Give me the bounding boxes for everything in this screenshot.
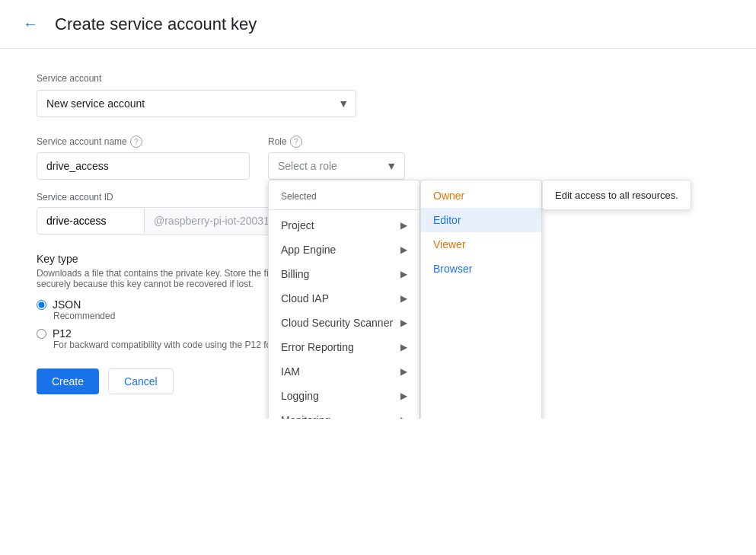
- dropdown-item-cloudscanner[interactable]: Cloud Security Scanner ▶: [269, 311, 419, 335]
- submenu-owner[interactable]: Owner: [421, 183, 541, 208]
- dropdown-item-errorreporting[interactable]: Error Reporting ▶: [269, 335, 419, 359]
- chevron-icon: ▶: [400, 293, 407, 304]
- role-label: Role ?: [268, 136, 405, 148]
- chevron-icon: ▶: [400, 269, 407, 279]
- role-dropdown-container: Selected Project ▶ App Engine ▶ Billing: [268, 180, 691, 419]
- service-account-select[interactable]: New service account: [37, 90, 356, 117]
- service-id-input[interactable]: [37, 209, 144, 233]
- dropdown-selected-header: Selected: [269, 187, 419, 206]
- header: ← Create service account key: [0, 0, 756, 49]
- role-help-icon[interactable]: ?: [290, 136, 302, 148]
- create-button[interactable]: Create: [37, 368, 99, 394]
- submenu-viewer[interactable]: Viewer: [421, 232, 541, 257]
- submenu-editor[interactable]: Editor: [421, 208, 541, 232]
- chevron-icon: ▶: [400, 415, 407, 419]
- role-select-label: Select a role: [278, 160, 337, 172]
- dropdown-item-billing[interactable]: Billing ▶: [269, 262, 419, 286]
- chevron-icon: ▶: [400, 220, 407, 231]
- dropdown-item-iam[interactable]: IAM ▶: [269, 359, 419, 384]
- service-id-input-wrapper: @raspberry-pi-iot-200314.iam.gs: [37, 207, 295, 234]
- name-role-row: Service account name ? Role ? Select a r…: [37, 136, 719, 180]
- role-select-wrapper: Select a role ▼ Selected Project ▶ App E…: [268, 152, 405, 180]
- dropdown-item-cloudiap[interactable]: Cloud IAP ▶: [269, 286, 419, 311]
- role-group: Role ? Select a role ▼ Selected Project …: [268, 136, 405, 180]
- name-help-icon[interactable]: ?: [130, 136, 142, 148]
- dropdown-item-monitoring[interactable]: Monitoring ▶: [269, 408, 419, 419]
- chevron-icon: ▶: [400, 391, 407, 401]
- dropdown-item-logging[interactable]: Logging ▶: [269, 384, 419, 408]
- role-dropdown-menu: Selected Project ▶ App Engine ▶ Billing: [268, 180, 420, 419]
- role-dropdown-arrow: ▼: [386, 160, 397, 172]
- page-title: Create service account key: [55, 14, 257, 34]
- dropdown-divider-1: [269, 209, 419, 210]
- chevron-icon: ▶: [400, 317, 407, 328]
- p12-radio[interactable]: [37, 329, 46, 339]
- service-account-name-group: Service account name ?: [37, 136, 250, 180]
- role-select-button[interactable]: Select a role ▼: [268, 152, 405, 180]
- editor-tooltip: Edit access to all resources.: [542, 180, 691, 210]
- project-submenu: Owner Editor Viewer Browser: [420, 180, 542, 419]
- chevron-icon: ▶: [400, 366, 407, 377]
- service-account-name-label: Service account name ?: [37, 136, 250, 148]
- chevron-icon: ▶: [400, 244, 407, 255]
- back-button[interactable]: ←: [18, 12, 43, 37]
- dropdown-item-appengine[interactable]: App Engine ▶: [269, 238, 419, 262]
- main-content: Service account New service account ▼ Se…: [0, 49, 756, 419]
- p12-radio-label[interactable]: P12: [53, 327, 72, 340]
- dropdown-item-project[interactable]: Project ▶: [269, 213, 419, 238]
- submenu-browser[interactable]: Browser: [421, 257, 541, 281]
- cancel-button[interactable]: Cancel: [108, 368, 174, 394]
- service-account-wrapper: New service account ▼: [37, 90, 356, 117]
- json-radio-label[interactable]: JSON: [53, 298, 81, 311]
- service-account-label: Service account: [37, 73, 719, 84]
- service-account-section: Service account New service account ▼: [37, 73, 719, 117]
- key-type-description: Downloads a file that contains the priva…: [37, 268, 295, 289]
- chevron-icon: ▶: [400, 342, 407, 352]
- service-account-name-input[interactable]: [37, 152, 250, 180]
- json-radio[interactable]: [37, 300, 46, 310]
